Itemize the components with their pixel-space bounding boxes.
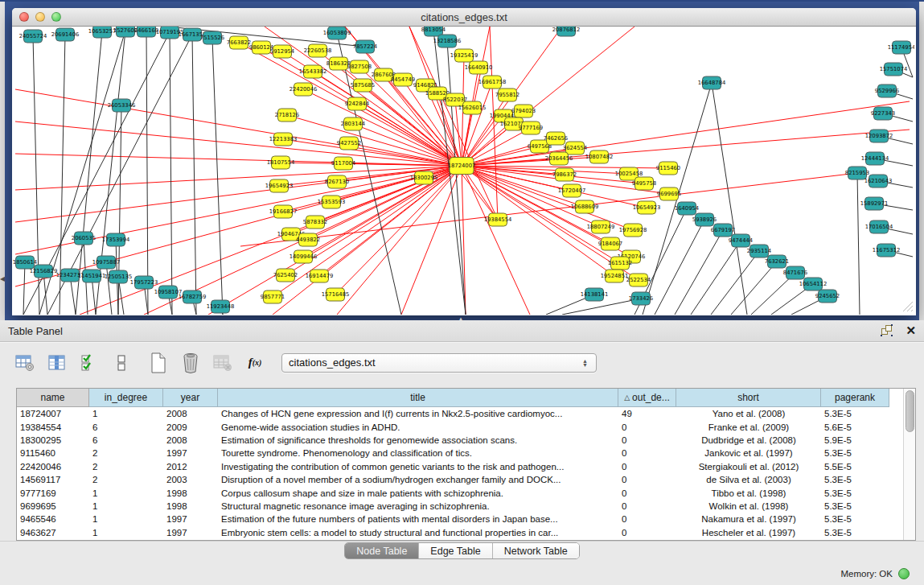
minimize-window-icon[interactable] <box>35 12 45 22</box>
graph-node[interactable]: 10688609 <box>571 200 599 213</box>
column-header-year[interactable]: year <box>163 389 218 407</box>
graph-node[interactable]: 9474444 <box>729 234 753 247</box>
graph-node[interactable]: 22260538 <box>304 44 332 57</box>
graph-node[interactable]: 9529966 <box>875 84 899 97</box>
graph-node[interactable]: 1615132 <box>608 257 632 270</box>
table-selector-dropdown[interactable]: citations_edges.txt ▲▼ <box>281 353 597 373</box>
graph-node[interactable]: 9242844 <box>345 97 369 110</box>
close-panel-icon[interactable]: ✕ <box>906 325 916 336</box>
graph-node[interactable]: 15892971 <box>860 197 889 210</box>
window-resize-grip[interactable] <box>902 301 914 312</box>
table-row[interactable]: 1938455462009Genome-wide association stu… <box>17 420 903 433</box>
graph-node[interactable]: 8471676 <box>783 266 807 279</box>
graph-node[interactable]: 1733426 <box>629 292 653 305</box>
network-window-titlebar[interactable]: citations_edges.txt <box>12 8 916 27</box>
clear-selection-icon[interactable] <box>111 352 132 373</box>
graph-node[interactable]: 18724007 <box>448 158 476 175</box>
graph-node[interactable]: 9857771 <box>261 290 285 303</box>
graph-node[interactable]: 2522534 <box>626 274 651 286</box>
column-header-indegree[interactable]: in_degree <box>89 389 163 407</box>
table-vertical-scrollbar[interactable] <box>903 389 915 540</box>
graph-node[interactable]: 14138141 <box>581 288 609 301</box>
graph-node[interactable]: 16210643 <box>864 175 893 187</box>
graph-node[interactable]: 9115460 <box>656 162 680 175</box>
graph-node[interactable]: 9495758 <box>632 177 656 190</box>
graph-node[interactable]: 7632621 <box>765 255 789 268</box>
function-builder-icon[interactable]: f(x) <box>244 352 265 373</box>
graph-node[interactable]: 6466160 <box>134 27 158 37</box>
select-columns-icon[interactable] <box>47 352 68 373</box>
graph-node[interactable]: 11675312 <box>873 244 901 257</box>
graph-node[interactable]: 11174954 <box>888 41 914 54</box>
graph-node[interactable]: 12444134 <box>861 152 889 165</box>
graph-node[interactable]: 17957223 <box>130 276 158 289</box>
graph-node[interactable]: 1850614 <box>13 256 37 269</box>
graph-node[interactable]: 7955812 <box>495 89 519 101</box>
graph-node[interactable]: 4493822 <box>296 233 320 246</box>
graph-node[interactable]: 5938926 <box>692 213 717 226</box>
graph-node[interactable]: 6679197 <box>711 224 735 237</box>
graph-node[interactable]: 9827508 <box>347 60 372 73</box>
graph-node[interactable]: 2803144 <box>341 117 365 130</box>
graph-node[interactable]: 20691406 <box>51 28 80 41</box>
graph-node[interactable]: 15353593 <box>318 196 346 208</box>
graph-node[interactable]: 19524851 <box>601 270 629 282</box>
table-row[interactable]: 911546021997Tourette syndrome. Phenomeno… <box>17 447 903 459</box>
table-row[interactable]: 946554611997Estimation of the future num… <box>17 513 903 525</box>
table-row[interactable]: 1830029562008Estimation of significance … <box>17 434 903 447</box>
table-row[interactable]: 969969511998Structural magnetic resonanc… <box>17 500 903 513</box>
graph-node[interactable]: 2935114 <box>747 245 771 257</box>
graph-node[interactable]: 5875685 <box>351 79 375 92</box>
table-row[interactable]: 977716911998Corpus callosum shape and si… <box>17 486 903 499</box>
graph-node[interactable]: 9427552 <box>337 137 361 150</box>
scrollbar-thumb[interactable] <box>906 390 914 432</box>
graph-node[interactable]: 16961758 <box>478 76 507 89</box>
graph-node[interactable]: 16640910 <box>465 61 493 74</box>
select-all-icon[interactable] <box>79 352 100 373</box>
graph-node[interactable]: 9699695 <box>657 187 681 200</box>
graph-node[interactable]: 7663822 <box>227 36 251 49</box>
graph-node[interactable]: 10654112 <box>799 278 827 290</box>
graph-node[interactable]: 16648784 <box>698 76 726 89</box>
graph-node[interactable]: 8454749 <box>391 73 415 86</box>
graph-node[interactable]: 18107554 <box>267 156 295 169</box>
graph-node[interactable]: 15716485 <box>322 288 350 301</box>
float-panel-icon[interactable] <box>881 325 894 336</box>
zoom-window-icon[interactable] <box>51 12 61 22</box>
graph-node[interactable]: 9227343 <box>871 107 895 120</box>
graph-node[interactable]: 17353994 <box>102 233 130 246</box>
node-table[interactable]: namein_degreeyeartitle△out_de...shortpag… <box>17 389 903 540</box>
column-header-title[interactable]: title <box>218 389 618 407</box>
graph-node[interactable]: 9245652 <box>815 290 840 303</box>
table-settings-icon[interactable] <box>14 352 35 373</box>
graph-node[interactable]: 9117004 <box>331 157 355 170</box>
collapse-left-arrow-icon[interactable]: ◀ <box>0 275 5 282</box>
graph-node[interactable]: 2718126 <box>275 109 299 122</box>
column-header-outde[interactable]: △out_de... <box>618 389 676 407</box>
graph-node[interactable]: 9184067 <box>598 237 622 250</box>
graph-node[interactable]: 1640954 <box>675 202 699 215</box>
tab-network-table[interactable]: Network Table <box>493 543 579 558</box>
graph-node[interactable]: 15751074 <box>880 63 908 76</box>
graph-node[interactable]: 14099466 <box>290 250 318 263</box>
graph-node[interactable]: 7462656 <box>544 132 568 145</box>
graph-node[interactable]: 26053346 <box>108 99 136 112</box>
graph-node[interactable]: 5878332 <box>303 216 327 229</box>
graph-node[interactable]: 9777169 <box>519 122 543 134</box>
graph-node[interactable]: 17016504 <box>865 220 893 233</box>
close-window-icon[interactable] <box>19 12 29 22</box>
graph-node[interactable]: 6794023 <box>511 105 536 117</box>
graph-node[interactable]: 7515526 <box>200 31 224 44</box>
graph-node[interactable]: 8267130 <box>325 175 349 188</box>
graph-node[interactable]: 10807482 <box>585 150 614 163</box>
graph-node[interactable]: 19166827 <box>269 205 298 218</box>
network-graph[interactable]: 2405572420691406106532571527602646616010… <box>12 27 914 315</box>
graph-node[interactable]: 24055724 <box>19 30 47 43</box>
table-row[interactable]: 1872400712008Changes of HCN gene express… <box>17 407 903 420</box>
graph-node[interactable]: 5912954 <box>270 45 294 58</box>
column-header-pagerank[interactable]: pagerank <box>821 389 889 407</box>
graph-node[interactable]: 7625402 <box>273 269 298 282</box>
tab-edge-table[interactable]: Edge Table <box>419 543 492 558</box>
network-canvas[interactable]: 2405572420691406106532571527602646616010… <box>12 27 916 315</box>
new-table-icon[interactable] <box>148 352 169 373</box>
